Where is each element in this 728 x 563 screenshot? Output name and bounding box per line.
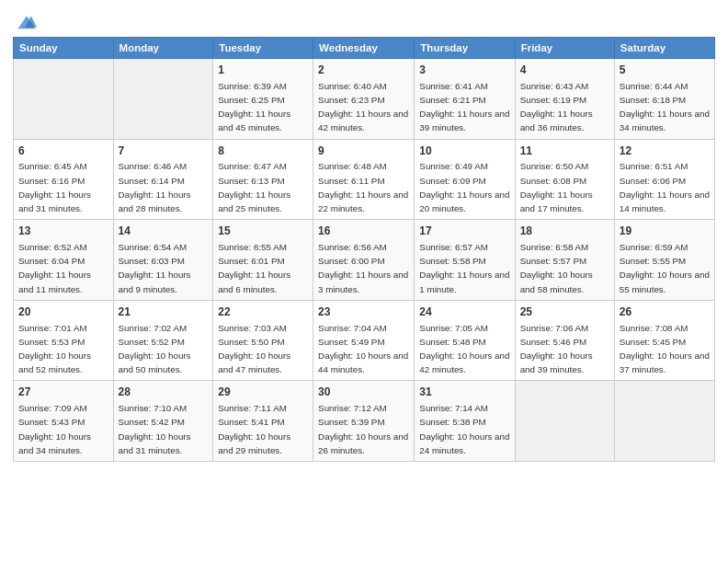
calendar-cell [614,381,714,462]
day-number: 6 [18,144,108,159]
day-number: 11 [520,144,609,159]
day-number: 5 [620,63,710,78]
day-detail: Sunrise: 6:45 AM Sunset: 6:16 PM Dayligh… [18,161,91,213]
day-number: 7 [119,144,209,159]
calendar-cell: 2Sunrise: 6:40 AM Sunset: 6:23 PM Daylig… [313,59,415,140]
calendar-cell: 15Sunrise: 6:55 AM Sunset: 6:01 PM Dayli… [213,220,313,301]
calendar-cell: 11Sunrise: 6:50 AM Sunset: 6:08 PM Dayli… [515,139,614,220]
day-number: 14 [119,224,209,239]
calendar-cell: 8Sunrise: 6:47 AM Sunset: 6:13 PM Daylig… [213,139,313,220]
day-detail: Sunrise: 6:50 AM Sunset: 6:08 PM Dayligh… [520,161,593,213]
day-number: 19 [620,224,710,239]
calendar-cell [14,59,114,140]
day-detail: Sunrise: 7:03 AM Sunset: 5:50 PM Dayligh… [218,323,290,375]
calendar-cell: 21Sunrise: 7:02 AM Sunset: 5:52 PM Dayli… [113,300,213,381]
day-detail: Sunrise: 7:02 AM Sunset: 5:52 PM Dayligh… [119,323,191,375]
calendar-cell: 20Sunrise: 7:01 AM Sunset: 5:53 PM Dayli… [14,300,114,381]
day-number: 18 [520,224,609,239]
main-container: SundayMondayTuesdayWednesdayThursdayFrid… [0,0,728,471]
day-number: 21 [119,304,209,320]
day-detail: Sunrise: 7:10 AM Sunset: 5:42 PM Dayligh… [119,403,191,455]
day-number: 29 [218,385,308,400]
day-number: 9 [318,144,409,159]
day-detail: Sunrise: 6:54 AM Sunset: 6:03 PM Dayligh… [119,242,191,294]
logo [13,13,37,33]
day-number: 23 [318,304,409,320]
calendar-cell: 6Sunrise: 6:45 AM Sunset: 6:16 PM Daylig… [14,139,114,220]
calendar-cell: 7Sunrise: 6:46 AM Sunset: 6:14 PM Daylig… [113,139,213,220]
calendar-cell: 4Sunrise: 6:43 AM Sunset: 6:19 PM Daylig… [515,59,614,140]
day-detail: Sunrise: 6:58 AM Sunset: 5:57 PM Dayligh… [520,242,593,294]
logo-icon [17,13,37,33]
col-header-thursday: Thursday [415,38,515,59]
day-number: 17 [419,224,509,239]
day-detail: Sunrise: 7:09 AM Sunset: 5:43 PM Dayligh… [18,403,91,455]
day-detail: Sunrise: 6:47 AM Sunset: 6:13 PM Dayligh… [218,161,290,213]
calendar-cell: 31Sunrise: 7:14 AM Sunset: 5:38 PM Dayli… [415,381,515,462]
calendar-table: SundayMondayTuesdayWednesdayThursdayFrid… [13,37,715,462]
day-number: 25 [520,304,609,320]
calendar-cell: 24Sunrise: 7:05 AM Sunset: 5:48 PM Dayli… [415,300,515,381]
calendar-cell: 29Sunrise: 7:11 AM Sunset: 5:41 PM Dayli… [213,381,313,462]
col-header-sunday: Sunday [14,38,114,59]
col-header-monday: Monday [113,38,213,59]
day-number: 20 [18,304,108,320]
calendar-cell: 1Sunrise: 6:39 AM Sunset: 6:25 PM Daylig… [213,59,313,140]
day-number: 30 [318,385,409,400]
day-number: 26 [620,304,710,320]
day-detail: Sunrise: 6:41 AM Sunset: 6:21 PM Dayligh… [419,81,509,133]
calendar-cell: 30Sunrise: 7:12 AM Sunset: 5:39 PM Dayli… [313,381,415,462]
day-detail: Sunrise: 6:52 AM Sunset: 6:04 PM Dayligh… [18,242,91,294]
calendar-cell: 19Sunrise: 6:59 AM Sunset: 5:55 PM Dayli… [614,220,714,301]
week-row-2: 6Sunrise: 6:45 AM Sunset: 6:16 PM Daylig… [14,139,715,220]
calendar-cell: 12Sunrise: 6:51 AM Sunset: 6:06 PM Dayli… [614,139,714,220]
week-row-1: 1Sunrise: 6:39 AM Sunset: 6:25 PM Daylig… [14,59,715,140]
calendar-cell: 28Sunrise: 7:10 AM Sunset: 5:42 PM Dayli… [113,381,213,462]
day-number: 2 [318,63,409,78]
calendar-cell: 5Sunrise: 6:44 AM Sunset: 6:18 PM Daylig… [614,59,714,140]
day-detail: Sunrise: 6:55 AM Sunset: 6:01 PM Dayligh… [218,242,290,294]
day-detail: Sunrise: 6:39 AM Sunset: 6:25 PM Dayligh… [218,81,290,133]
calendar-cell: 26Sunrise: 7:08 AM Sunset: 5:45 PM Dayli… [614,300,714,381]
calendar-cell: 13Sunrise: 6:52 AM Sunset: 6:04 PM Dayli… [14,220,114,301]
day-detail: Sunrise: 6:59 AM Sunset: 5:55 PM Dayligh… [620,242,710,294]
calendar-cell: 10Sunrise: 6:49 AM Sunset: 6:09 PM Dayli… [415,139,515,220]
day-number: 10 [419,144,509,159]
calendar-cell: 25Sunrise: 7:06 AM Sunset: 5:46 PM Dayli… [515,300,614,381]
week-row-4: 20Sunrise: 7:01 AM Sunset: 5:53 PM Dayli… [14,300,715,381]
day-detail: Sunrise: 7:04 AM Sunset: 5:49 PM Dayligh… [318,323,408,375]
col-header-friday: Friday [515,38,614,59]
calendar-cell: 3Sunrise: 6:41 AM Sunset: 6:21 PM Daylig… [415,59,515,140]
day-detail: Sunrise: 6:57 AM Sunset: 5:58 PM Dayligh… [419,242,509,294]
week-row-5: 27Sunrise: 7:09 AM Sunset: 5:43 PM Dayli… [14,381,715,462]
day-number: 3 [419,63,509,78]
day-number: 4 [520,63,609,78]
calendar-cell [515,381,614,462]
calendar-cell: 23Sunrise: 7:04 AM Sunset: 5:49 PM Dayli… [313,300,415,381]
day-detail: Sunrise: 7:05 AM Sunset: 5:48 PM Dayligh… [419,323,509,375]
day-detail: Sunrise: 6:44 AM Sunset: 6:18 PM Dayligh… [620,81,710,133]
day-detail: Sunrise: 6:43 AM Sunset: 6:19 PM Dayligh… [520,81,593,133]
day-detail: Sunrise: 6:49 AM Sunset: 6:09 PM Dayligh… [419,161,509,213]
calendar-cell [113,59,213,140]
header [13,9,715,33]
day-detail: Sunrise: 7:06 AM Sunset: 5:46 PM Dayligh… [520,323,593,375]
calendar-cell: 22Sunrise: 7:03 AM Sunset: 5:50 PM Dayli… [213,300,313,381]
day-detail: Sunrise: 6:56 AM Sunset: 6:00 PM Dayligh… [318,242,408,294]
day-detail: Sunrise: 6:51 AM Sunset: 6:06 PM Dayligh… [620,161,710,213]
day-number: 31 [419,385,509,400]
day-detail: Sunrise: 6:46 AM Sunset: 6:14 PM Dayligh… [119,161,191,213]
day-detail: Sunrise: 7:14 AM Sunset: 5:38 PM Dayligh… [419,403,509,455]
day-number: 15 [218,224,308,239]
day-number: 28 [119,385,209,400]
day-number: 1 [218,63,308,78]
day-number: 16 [318,224,409,239]
calendar-body: 1Sunrise: 6:39 AM Sunset: 6:25 PM Daylig… [14,59,715,462]
day-number: 24 [419,304,509,320]
day-detail: Sunrise: 7:12 AM Sunset: 5:39 PM Dayligh… [318,403,408,455]
day-number: 8 [218,144,308,159]
col-header-tuesday: Tuesday [213,38,313,59]
col-header-wednesday: Wednesday [313,38,415,59]
calendar-cell: 16Sunrise: 6:56 AM Sunset: 6:00 PM Dayli… [313,220,415,301]
day-number: 27 [18,385,108,400]
